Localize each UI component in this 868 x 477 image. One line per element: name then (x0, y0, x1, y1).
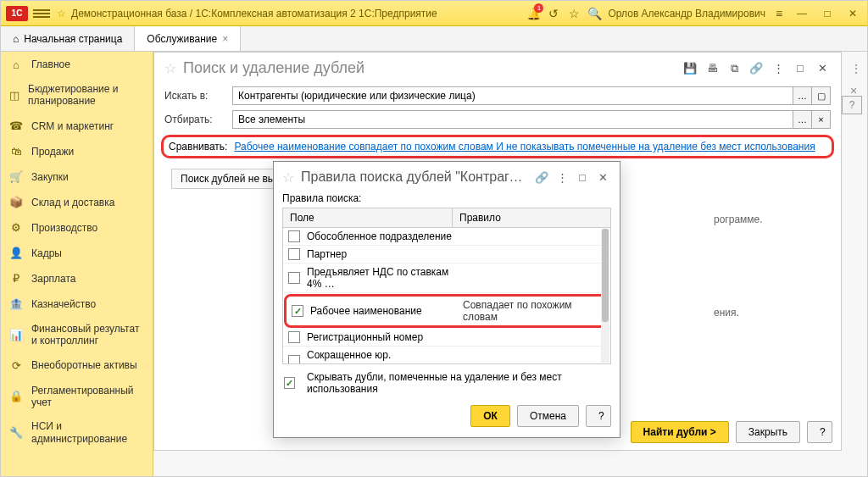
hide-duplicates-checkbox[interactable] (284, 377, 295, 389)
dialog-star-icon[interactable]: ☆ (282, 169, 294, 186)
copy-icon[interactable]: ⧉ (726, 60, 743, 77)
dialog-close-icon[interactable]: ✕ (594, 169, 611, 186)
favorite-icon[interactable]: ☆ (567, 7, 581, 20)
sidebar-icon-8: ₽ (9, 272, 23, 286)
sidebar-item-1[interactable]: ◫Бюджетирование и планирование (1, 77, 153, 114)
rule-row-3[interactable]: Рабочее наименованиеСовпадает по похожим… (284, 294, 609, 328)
more-icon[interactable]: ⋮ (770, 60, 787, 77)
rules-scrollbar[interactable] (601, 229, 609, 363)
sidebar-item-10[interactable]: 📊Финансовый результат и контроллинг (1, 317, 153, 353)
col-field-header[interactable]: Поле (283, 208, 453, 227)
home-icon: ⌂ (13, 33, 19, 45)
history-icon[interactable]: ↺ (547, 7, 560, 20)
rule-checkbox-4[interactable] (288, 331, 300, 343)
bell-icon[interactable]: 🔔1 (526, 7, 540, 20)
sidebar-item-0[interactable]: ⌂Главное (1, 52, 153, 77)
sidebar-item-4[interactable]: 🛒Закупки (1, 164, 153, 190)
panel-star-icon[interactable]: ☆ (164, 60, 176, 76)
side-help-button[interactable]: ? (842, 96, 862, 114)
rules-table: Поле Правило Обособленное подразделениеП… (282, 208, 611, 364)
maximize-button[interactable]: □ (818, 8, 837, 19)
rule-checkbox-5[interactable] (288, 355, 300, 363)
sidebar-item-11[interactable]: ⟳Внеоборотные активы (1, 353, 153, 379)
help-button[interactable]: ? (807, 421, 832, 443)
sidebar-label-7: Кадры (31, 247, 62, 259)
rule-row-1[interactable]: Партнер (283, 246, 610, 263)
sidebar: ⌂Главное◫Бюджетирование и планирование☎C… (1, 52, 153, 476)
sidebar-item-13[interactable]: 🔧НСИ и администрирование (1, 414, 153, 451)
sidebar-label-6: Производство (31, 222, 97, 234)
sidebar-label-1: Бюджетирование и планирование (28, 83, 144, 108)
dialog-more-icon[interactable]: ⋮ (554, 169, 570, 186)
dialog-ok-button[interactable]: ОК (470, 405, 510, 427)
sidebar-label-13: НСИ и администрирование (31, 420, 144, 445)
star-icon[interactable]: ☆ (57, 8, 66, 19)
side-menu-icon[interactable]: ⋮ (850, 62, 862, 75)
panel-title: Поиск и удаление дублей (183, 59, 675, 77)
tab-home-label: Начальная страница (24, 33, 122, 45)
close-window-button[interactable]: ✕ (843, 8, 862, 19)
rule-field-2: Предъявляет НДС по ставкам 4% … (307, 266, 459, 290)
user-name[interactable]: Орлов Александр Владимирович (608, 8, 765, 19)
user-menu-icon[interactable]: ≡ (772, 7, 786, 20)
sidebar-icon-11: ⟳ (9, 359, 23, 373)
scroll-thumb[interactable] (602, 229, 609, 322)
sidebar-item-5[interactable]: 📦Склад и доставка (1, 190, 153, 215)
sidebar-label-5: Склад и доставка (31, 197, 114, 208)
rule-checkbox-0[interactable] (288, 230, 300, 242)
panel-side-tools: ⋮ × ? (850, 62, 862, 97)
sidebar-item-2[interactable]: ☎CRM и маркетинг (1, 114, 153, 139)
sidebar-item-9[interactable]: 🏦Казначейство (1, 291, 153, 317)
rule-row-4[interactable]: Регистрационный номер (283, 329, 610, 347)
filter-select-button[interactable]: … (793, 110, 812, 129)
link-icon[interactable]: 🔗 (748, 60, 765, 77)
sidebar-item-8[interactable]: ₽Зарплата (1, 266, 153, 291)
close-button[interactable]: Закрыть (736, 421, 800, 443)
rule-checkbox-3[interactable] (292, 305, 303, 317)
print-icon[interactable]: 🖶 (704, 60, 721, 77)
tab-close-icon[interactable]: × (222, 33, 228, 45)
dialog-cancel-button[interactable]: Отмена (517, 405, 579, 427)
search-in-select-button[interactable]: … (793, 86, 812, 105)
dialog-link-icon[interactable]: 🔗 (533, 169, 550, 186)
sidebar-item-3[interactable]: 🛍Продажи (1, 139, 153, 164)
search-in-open-button[interactable]: ▢ (812, 86, 831, 105)
dialog-expand-icon[interactable]: □ (574, 169, 591, 186)
search-icon[interactable]: 🔍 (587, 7, 601, 20)
content-area: ⋮ × ? ☆ Поиск и удаление дублей 💾 🖶 ⧉ 🔗 … (153, 52, 867, 476)
save-icon[interactable]: 💾 (682, 60, 698, 77)
close-panel-icon[interactable]: ✕ (814, 60, 831, 77)
minimize-button[interactable]: — (793, 8, 811, 19)
rule-row-0[interactable]: Обособленное подразделение (283, 228, 610, 246)
menu-icon[interactable] (33, 9, 50, 18)
rule-row-5[interactable]: Сокращенное юр. наименование (283, 347, 610, 363)
col-rule-header[interactable]: Правило (453, 208, 610, 227)
sidebar-item-6[interactable]: ⚙Производство (1, 215, 153, 241)
sidebar-label-2: CRM и маркетинг (31, 120, 114, 132)
bg-text-1: рограмме. (714, 214, 763, 225)
rule-field-1: Партнер (307, 248, 459, 260)
sidebar-item-12[interactable]: 🔒Регламентированный учет (1, 379, 153, 415)
dialog-title: Правила поиска дублей "Контрагент… (301, 169, 526, 185)
dialog-help-button[interactable]: ? (586, 405, 611, 427)
compare-link[interactable]: Рабочее наименование совпадает по похожи… (234, 141, 826, 153)
rule-checkbox-2[interactable] (288, 272, 300, 284)
sidebar-icon-0: ⌂ (9, 58, 23, 71)
expand-icon[interactable]: □ (792, 60, 809, 77)
bell-badge: 1 (534, 3, 543, 13)
sidebar-item-7[interactable]: 👤Кадры (1, 241, 153, 266)
filter-clear-button[interactable]: × (812, 110, 831, 129)
sidebar-icon-10: 📊 (9, 328, 23, 341)
sidebar-icon-7: 👤 (9, 247, 23, 260)
sidebar-label-3: Продажи (31, 146, 74, 158)
rule-row-2[interactable]: Предъявляет НДС по ставкам 4% … (283, 263, 610, 293)
tab-home[interactable]: ⌂ Начальная страница (1, 26, 135, 51)
bg-text-2: ения. (714, 307, 739, 319)
sidebar-icon-13: 🔧 (9, 426, 23, 440)
tab-service[interactable]: Обслуживание × (135, 26, 241, 51)
filter-input[interactable] (232, 110, 793, 129)
rule-checkbox-1[interactable] (288, 248, 300, 260)
rule-field-3: Рабочее наименование (310, 305, 463, 317)
search-in-input[interactable] (232, 86, 793, 105)
find-duplicates-button[interactable]: Найти дубли > (631, 421, 729, 443)
